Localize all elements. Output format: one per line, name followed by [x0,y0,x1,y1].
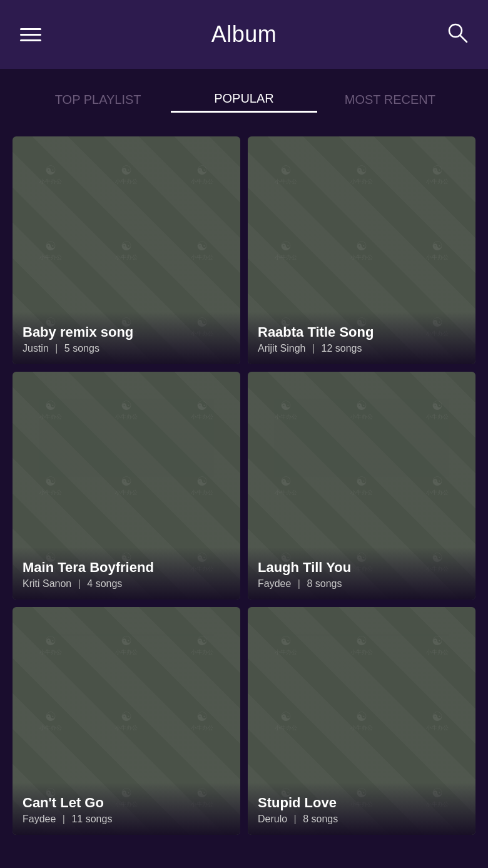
meta-separator: | [78,578,84,589]
album-song-count: 8 songs [307,578,342,589]
tab-top-playlist[interactable]: TOP PLAYLIST [25,88,171,112]
album-artist: Faydee [258,578,291,589]
watermark-cell: ☯ 小牛办公 [165,212,240,288]
watermark-cell: ☯ 小牛办公 [88,212,164,288]
watermark-cell: ☯ 小牛办公 [248,607,323,683]
watermark-cell: ☯ 小牛办公 [88,683,164,758]
watermark-cell: ☯ 小牛办公 [88,136,164,212]
search-button[interactable] [447,22,468,48]
watermark-cell: ☯ 小牛办公 [400,607,475,683]
watermark-cell: ☯ 小牛办公 [13,683,88,758]
watermark-cell: ☯ 小牛办公 [165,447,240,523]
album-card-raabta-title-song[interactable]: ☯ 小牛办公 ☯ 小牛办公 ☯ 小牛办公 ☯ 小牛办公 ☯ 小牛办公 [248,136,475,364]
watermark-cell: ☯ 小牛办公 [323,212,399,288]
album-info: Laugh Till You Faydee | 8 songs [248,547,475,600]
album-title: Main Tera Boyfriend [23,559,230,576]
watermark-cell: ☯ 小牛办公 [248,136,323,212]
album-title: Stupid Love [258,795,465,811]
album-info: Baby remix song Justin | 5 songs [13,312,240,364]
watermark-cell: ☯ 小牛办公 [13,212,88,288]
album-meta: Justin | 5 songs [23,343,230,354]
watermark-cell: ☯ 小牛办公 [323,447,399,523]
app-header: Album [0,0,488,69]
album-artist: Kriti Sanon [23,578,71,589]
watermark-cell: ☯ 小牛办公 [13,372,88,447]
tab-popular[interactable]: POPULAR [171,86,317,113]
watermark-cell: ☯ 小牛办公 [400,447,475,523]
album-meta: Faydee | 8 songs [258,578,465,590]
page-title: Album [211,21,277,48]
watermark-cell: ☯ 小牛办公 [400,212,475,288]
album-grid: ☯ 小牛办公 ☯ 小牛办公 ☯ 小牛办公 ☯ 小牛办公 ☯ 小牛办公 [0,130,488,854]
watermark-cell: ☯ 小牛办公 [248,447,323,523]
svg-line-1 [460,36,467,42]
watermark-cell: ☯ 小牛办公 [13,447,88,523]
album-card-baby-remix-song[interactable]: ☯ 小牛办公 ☯ 小牛办公 ☯ 小牛办公 ☯ 小牛办公 ☯ 小牛办公 [13,136,240,364]
watermark-cell: ☯ 小牛办公 [13,136,88,212]
watermark-cell: ☯ 小牛办公 [165,136,240,212]
menu-button[interactable] [20,28,41,41]
album-meta: Kriti Sanon | 4 songs [23,578,230,590]
album-card-main-tera-boyfriend[interactable]: ☯ 小牛办公 ☯ 小牛办公 ☯ 小牛办公 ☯ 小牛办公 ☯ 小牛办公 [13,372,240,600]
watermark-cell: ☯ 小牛办公 [248,683,323,758]
watermark-cell: ☯ 小牛办公 [323,607,399,683]
tab-most-recent[interactable]: MOST RECENT [317,88,463,112]
album-artist: Derulo [258,814,287,824]
meta-separator: | [55,343,61,354]
watermark-cell: ☯ 小牛办公 [248,212,323,288]
watermark-cell: ☯ 小牛办公 [13,607,88,683]
album-info: Raabta Title Song Arijit Singh | 12 song… [248,312,475,364]
album-song-count: 11 songs [71,814,112,824]
watermark-cell: ☯ 小牛办公 [165,372,240,447]
album-info: Can't Let Go Faydee | 11 songs [13,782,240,835]
album-song-count: 8 songs [303,814,338,824]
album-card-cant-let-go[interactable]: ☯ 小牛办公 ☯ 小牛办公 ☯ 小牛办公 ☯ 小牛办公 ☯ 小牛办公 [13,607,240,835]
meta-separator: | [63,814,68,824]
album-title: Baby remix song [23,324,230,340]
watermark-cell: ☯ 小牛办公 [323,136,399,212]
album-meta: Derulo | 8 songs [258,814,465,825]
watermark-cell: ☯ 小牛办公 [323,683,399,758]
watermark-cell: ☯ 小牛办公 [165,607,240,683]
meta-separator: | [294,814,300,824]
album-artist: Faydee [23,814,56,824]
album-title: Can't Let Go [23,795,230,811]
album-artist: Justin [23,343,49,354]
album-info: Main Tera Boyfriend Kriti Sanon | 4 song… [13,547,240,600]
album-title: Raabta Title Song [258,324,465,340]
watermark-cell: ☯ 小牛办公 [248,372,323,447]
watermark-cell: ☯ 小牛办公 [88,607,164,683]
watermark-cell: ☯ 小牛办公 [400,683,475,758]
watermark-cell: ☯ 小牛办公 [400,372,475,447]
album-song-count: 5 songs [64,343,99,354]
watermark-cell: ☯ 小牛办公 [323,372,399,447]
tabs-nav: TOP PLAYLIST POPULAR MOST RECENT [0,69,488,130]
watermark-cell: ☯ 小牛办公 [88,447,164,523]
watermark-cell: ☯ 小牛办公 [165,683,240,758]
album-card-stupid-love[interactable]: ☯ 小牛办公 ☯ 小牛办公 ☯ 小牛办公 ☯ 小牛办公 ☯ 小牛办公 [248,607,475,835]
album-meta: Arijit Singh | 12 songs [258,343,465,354]
album-song-count: 12 songs [322,343,362,354]
meta-separator: | [312,343,318,354]
svg-point-0 [449,24,462,37]
album-meta: Faydee | 11 songs [23,814,230,825]
album-song-count: 4 songs [87,578,122,589]
album-artist: Arijit Singh [258,343,305,354]
album-card-laugh-till-you[interactable]: ☯ 小牛办公 ☯ 小牛办公 ☯ 小牛办公 ☯ 小牛办公 ☯ 小牛办公 [248,372,475,600]
meta-separator: | [298,578,303,589]
album-info: Stupid Love Derulo | 8 songs [248,782,475,835]
album-title: Laugh Till You [258,559,465,576]
watermark-cell: ☯ 小牛办公 [400,136,475,212]
watermark-cell: ☯ 小牛办公 [88,372,164,447]
